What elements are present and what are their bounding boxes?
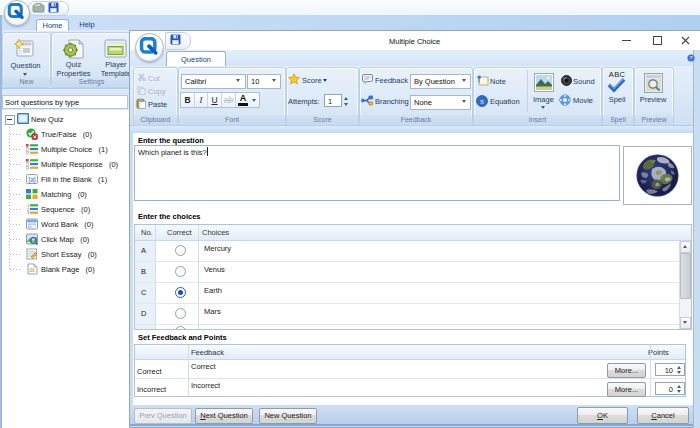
svg-text:π: π [480,97,484,106]
svg-text:?: ? [689,55,692,61]
svg-text:3: 3 [27,210,30,215]
svg-text:[a]: [a] [28,176,35,184]
